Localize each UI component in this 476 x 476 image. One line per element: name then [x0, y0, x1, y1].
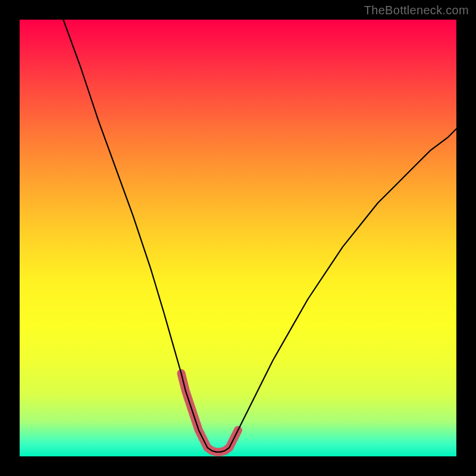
- optimal-band-path: [181, 374, 238, 452]
- bottleneck-curve-path: [63, 20, 456, 452]
- watermark-text: TheBottleneck.com: [364, 4, 469, 17]
- curve-layer: [20, 20, 456, 456]
- plot-area: [20, 20, 456, 456]
- chart-frame: TheBottleneck.com: [0, 0, 476, 476]
